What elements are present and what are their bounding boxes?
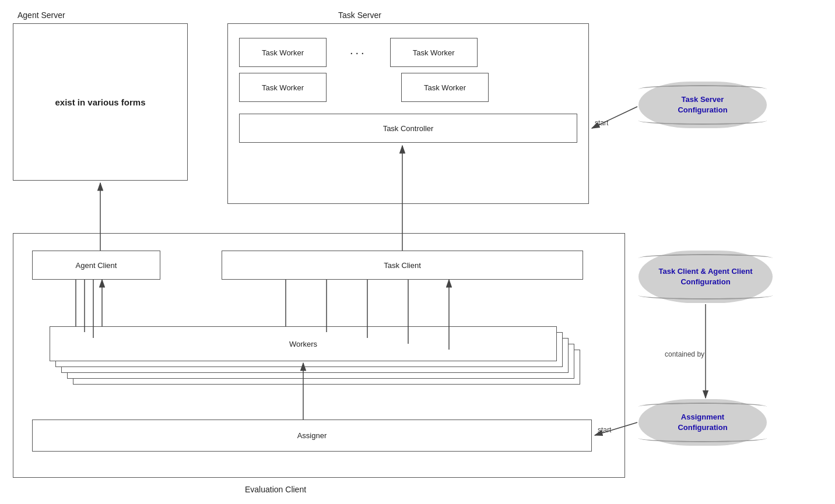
eval-client-label: Evaluation Client: [245, 485, 306, 494]
task-worker-dots: ···: [332, 46, 384, 59]
agent-server-content: exist in various forms: [55, 97, 145, 107]
agent-client-box: Agent Client: [32, 251, 160, 280]
assignment-config-label: AssignmentConfiguration: [678, 412, 727, 433]
workers-box-1: Workers: [50, 326, 557, 361]
task-controller-box: Task Controller: [239, 114, 577, 143]
agent-server-label: Agent Server: [17, 10, 65, 20]
task-agent-config: Task Client & Agent ClientConfiguration: [638, 251, 773, 303]
svg-text:contained by: contained by: [665, 350, 704, 358]
task-server-config-label: Task ServerConfiguration: [678, 94, 727, 115]
diagram-container: Agent Server exist in various forms Task…: [0, 0, 835, 504]
svg-text:start: start: [595, 119, 609, 127]
task-agent-config-label: Task Client & Agent ClientConfiguration: [658, 266, 752, 287]
task-worker-row2: Task Worker Task Worker: [239, 73, 489, 102]
agent-server-box: exist in various forms: [13, 23, 188, 181]
task-worker-box-4: Task Worker: [401, 73, 489, 102]
task-worker-row1: Task Worker ··· Task Worker: [239, 38, 478, 67]
task-server-config: Task ServerConfiguration: [638, 82, 767, 128]
task-worker-box-2: Task Worker: [390, 38, 478, 67]
task-client-box: Task Client: [222, 251, 583, 280]
task-agent-config-shape: Task Client & Agent ClientConfiguration: [638, 251, 773, 303]
task-worker-box-1: Task Worker: [239, 38, 327, 67]
task-server-config-shape: Task ServerConfiguration: [638, 82, 767, 128]
svg-line-14: [592, 107, 637, 128]
assignment-config: AssignmentConfiguration: [638, 399, 767, 446]
assignment-config-shape: AssignmentConfiguration: [638, 399, 767, 446]
assigner-box: Assigner: [32, 420, 592, 452]
task-server-label: Task Server: [338, 10, 381, 20]
task-worker-box-3: Task Worker: [239, 73, 327, 102]
